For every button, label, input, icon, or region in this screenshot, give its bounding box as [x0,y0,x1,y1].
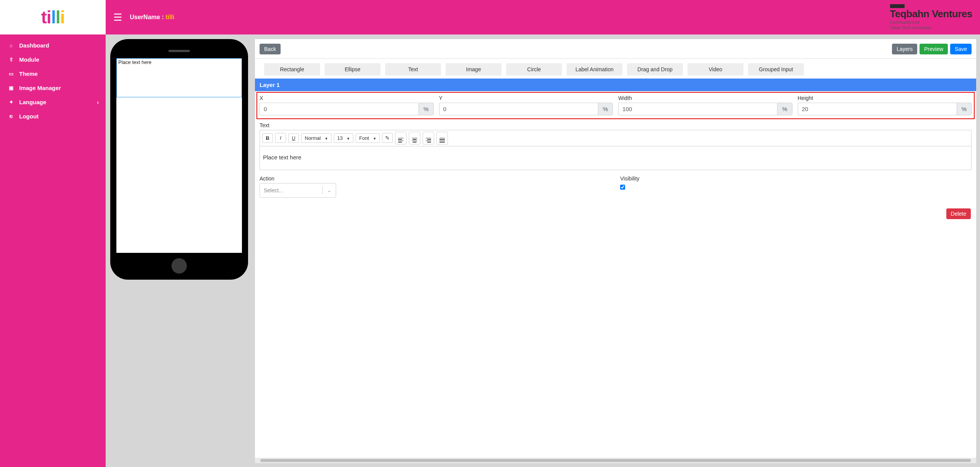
height-input[interactable] [798,103,957,115]
shape-drag-and-drop[interactable]: Drag and Drop [627,63,683,75]
x-label: X [260,95,434,101]
sidebar-item-label: Dashboard [19,42,49,49]
home-icon: ⌂ [7,43,15,48]
sidebar-item-label: Language [19,99,46,105]
desktop-icon: ▭ [7,71,15,77]
logo: tilli [0,0,106,34]
sidebar-item-module[interactable]: ⇧ Module [0,52,106,67]
shape-label-animation[interactable]: Label Animation [567,63,622,75]
style-select[interactable]: Normal [301,133,332,143]
shape-rectangle[interactable]: Rectangle [264,63,320,75]
scrollbar-thumb[interactable] [260,459,971,462]
canvas-layer-1[interactable]: Place text here [116,58,242,97]
shape-toolbar: Rectangle Ellipse Text Image Circle Labe… [255,59,976,79]
bold-button[interactable]: B [262,133,273,143]
action-select[interactable]: Select... ⌄ [260,183,336,198]
sidebar-item-theme[interactable]: ▭ Theme [0,67,106,81]
align-left-icon[interactable] [395,132,407,144]
x-unit: % [418,103,433,115]
editor-content[interactable]: Place text here [260,146,971,170]
sidebar-item-label: Logout [19,113,39,120]
visibility-label: Visibility [620,175,972,182]
shape-video[interactable]: Video [688,63,743,75]
align-justify-icon[interactable] [436,132,448,144]
workspace: Place text here Back Layers Preview Save [106,34,980,467]
width-unit: % [777,103,792,115]
header: UserName : tilli Teqbahn Ventures Commun… [106,0,980,34]
fontsize-select[interactable]: 13 [334,133,353,143]
sidebar-item-language[interactable]: ✦ Language › [0,95,106,109]
text-section-label: Text [260,122,972,128]
brand-name: Teqbahn Ventures [890,9,972,19]
align-right-icon[interactable] [423,132,434,144]
brand-sub: Community-Led Clean Tech Innovation [890,20,972,31]
save-button[interactable]: Save [950,44,972,54]
chevron-down-icon: ⌄ [323,188,336,193]
sidebar-item-logout[interactable]: ⎋ Logout [0,109,106,123]
position-size-group: X % Y % [256,92,975,119]
phone-speaker [168,50,190,52]
sidebar-item-image-manager[interactable]: ▣ Image Manager [0,81,106,95]
height-unit: % [957,103,972,115]
x-input[interactable] [260,103,418,115]
y-input[interactable] [439,103,598,115]
y-label: Y [439,95,613,101]
y-unit: % [598,103,613,115]
width-input[interactable] [618,103,777,115]
image-icon: ▣ [7,85,15,91]
brand-right: Teqbahn Ventures Community-Led Clean Tec… [890,4,972,31]
font-select[interactable]: Font [356,133,380,143]
width-label: Width [618,95,792,101]
shape-text[interactable]: Text [385,63,441,75]
visibility-checkbox[interactable] [620,185,625,190]
hamburger-icon[interactable] [113,11,122,23]
color-picker-icon[interactable] [382,133,393,143]
sidebar-item-label: Image Manager [19,85,61,91]
username-value: tilli [165,14,174,20]
shape-grouped-input[interactable]: Grouped Input [748,63,804,75]
editor-toolbar: B I U Normal 13 Font [260,130,971,146]
sidebar: ⌂ Dashboard ⇧ Module ▭ Theme ▣ Image Man… [0,34,106,467]
username: UserName : tilli [130,14,174,21]
shape-circle[interactable]: Circle [506,63,562,75]
chevron-right-icon: › [97,99,99,105]
height-label: Height [798,95,972,101]
italic-button[interactable]: I [275,133,286,143]
delete-button[interactable]: Delete [946,208,971,219]
layer-header[interactable]: Layer 1 [255,79,976,91]
logout-icon: ⎋ [7,113,15,119]
preview-button[interactable]: Preview [920,44,948,54]
sidebar-item-dashboard[interactable]: ⌂ Dashboard [0,38,106,52]
properties-panel: Back Layers Preview Save Rectangle Ellip… [255,39,976,463]
back-button[interactable]: Back [260,44,281,54]
layers-button[interactable]: Layers [892,44,917,54]
underline-button[interactable]: U [288,133,299,143]
language-icon: ✦ [7,99,15,105]
sidebar-item-label: Module [19,56,39,63]
action-placeholder: Select... [260,187,322,193]
upload-icon: ⇧ [7,57,15,62]
align-center-icon[interactable] [409,132,420,144]
text-editor: B I U Normal 13 Font Place tex [260,130,972,170]
brand-bar [890,4,905,8]
shape-ellipse[interactable]: Ellipse [325,63,381,75]
phone-preview: Place text here [110,39,248,280]
logo-text: tilli [41,7,64,28]
sidebar-item-label: Theme [19,70,38,77]
phone-screen[interactable]: Place text here [116,58,242,253]
horizontal-scrollbar[interactable] [255,458,976,463]
username-label: UserName : [130,14,165,20]
action-label: Action [260,175,611,182]
phone-home-button [172,258,187,274]
shape-image[interactable]: Image [446,63,501,75]
